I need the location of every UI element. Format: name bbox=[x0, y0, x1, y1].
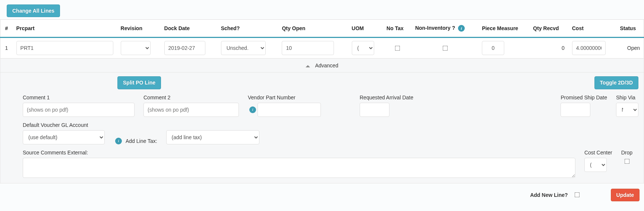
vendor-pn-label: Vendor Part Number bbox=[248, 95, 321, 100]
comment1-label: Comment 1 bbox=[23, 95, 135, 100]
prom-ship-input[interactable] bbox=[561, 103, 590, 117]
vendor-pn-input[interactable] bbox=[258, 103, 321, 117]
col-qty-recvd: Qty Recvd bbox=[529, 20, 568, 38]
toggle-2d-3d-button[interactable]: Toggle 2D/3D bbox=[594, 76, 638, 89]
source-comments-label: Source Comments External: bbox=[23, 150, 575, 156]
uom-select[interactable]: (part) bbox=[352, 41, 374, 55]
req-arrival-label: Requested Arrival Date bbox=[360, 95, 413, 100]
change-all-lines-button[interactable]: Change All Lines bbox=[7, 4, 60, 17]
add-line-tax-label: Add Line Tax: bbox=[126, 138, 157, 144]
info-icon[interactable]: i bbox=[249, 106, 256, 113]
ship-via-select[interactable]: N/A bbox=[616, 103, 638, 117]
col-sched: Sched? bbox=[217, 20, 278, 38]
split-po-line-button[interactable]: Split PO Line bbox=[117, 76, 161, 89]
sched-select[interactable]: Unsched. bbox=[221, 41, 266, 55]
cost-center-label: Cost Center bbox=[584, 150, 612, 156]
advanced-panel: Split PO Line Toggle 2D/3D Comment 1 Com… bbox=[0, 73, 644, 183]
caret-up-icon bbox=[306, 65, 310, 67]
ship-via-label: Ship Via bbox=[616, 95, 638, 100]
comment2-label: Comment 2 bbox=[143, 95, 239, 100]
info-icon[interactable]: i bbox=[115, 138, 122, 144]
col-prcpart: Prcpart bbox=[13, 20, 117, 38]
gl-account-label: Default Voucher GL Account bbox=[23, 122, 105, 128]
info-icon[interactable]: i bbox=[458, 25, 465, 32]
col-piece-measure: Piece Measure bbox=[478, 20, 529, 38]
add-new-line-label: Add New Line? bbox=[530, 192, 568, 198]
no-tax-checkbox[interactable] bbox=[395, 46, 400, 51]
prom-ship-label: Promised Ship Date bbox=[561, 95, 607, 100]
source-comments-textarea[interactable] bbox=[23, 158, 575, 178]
drop-checkbox[interactable] bbox=[624, 159, 629, 164]
comment1-input[interactable] bbox=[23, 103, 135, 117]
add-line-tax-select[interactable]: (add line tax) bbox=[166, 130, 259, 144]
prcpart-input[interactable] bbox=[16, 41, 113, 55]
drop-label: Drop bbox=[621, 150, 632, 156]
col-cost: Cost bbox=[568, 20, 616, 38]
col-dock-date: Dock Date bbox=[161, 20, 217, 38]
revision-select[interactable] bbox=[121, 41, 151, 55]
table-row: 1 Unsched. (part) 0 Open bbox=[0, 38, 644, 58]
qty-open-input[interactable] bbox=[282, 41, 334, 55]
col-num: # bbox=[0, 20, 13, 38]
non-inventory-checkbox[interactable] bbox=[442, 46, 448, 51]
update-button[interactable]: Update bbox=[611, 189, 640, 201]
col-non-inventory: Non-Inventory ? i bbox=[411, 20, 478, 38]
po-lines-table: # Prcpart Revision Dock Date Sched? Qty … bbox=[0, 19, 644, 58]
col-uom: UOM bbox=[348, 20, 383, 38]
req-arrival-input[interactable] bbox=[360, 103, 389, 117]
cost-input[interactable] bbox=[572, 41, 606, 55]
gl-account-select[interactable]: (use default) bbox=[23, 130, 105, 144]
col-qty-open: Qty Open bbox=[278, 20, 348, 38]
line-number: 1 bbox=[0, 38, 13, 58]
status-value: Open bbox=[616, 38, 644, 58]
col-revision: Revision bbox=[117, 20, 161, 38]
qty-recvd-value: 0 bbox=[529, 38, 568, 58]
comment2-input[interactable] bbox=[143, 103, 239, 117]
piece-measure-input[interactable] bbox=[482, 41, 504, 55]
col-no-tax: No Tax bbox=[383, 20, 411, 38]
advanced-toggle[interactable]: Advanced bbox=[0, 58, 644, 73]
add-new-line-checkbox[interactable] bbox=[574, 192, 580, 198]
dock-date-input[interactable] bbox=[164, 41, 205, 55]
col-status: Status bbox=[616, 20, 644, 38]
cost-center-select[interactable]: (Select) bbox=[584, 158, 607, 172]
